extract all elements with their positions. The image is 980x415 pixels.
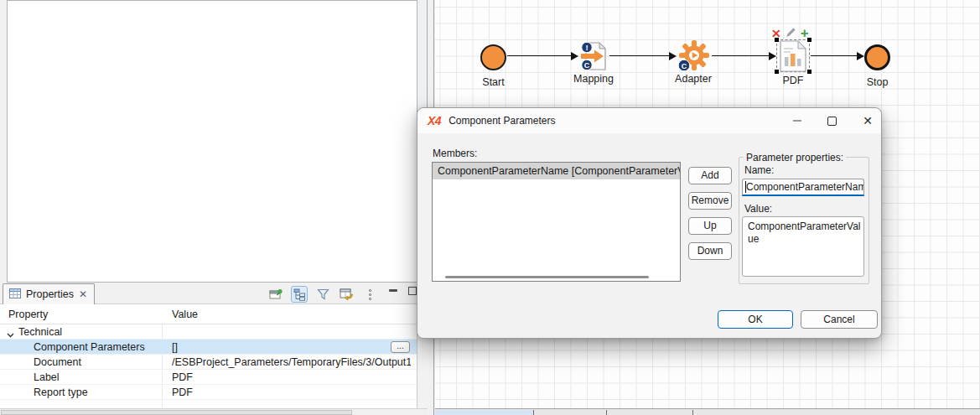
property-name: Technical <box>18 326 62 338</box>
connector-arrow[interactable] <box>507 51 578 61</box>
node-label: Start <box>482 76 504 88</box>
maximize-icon[interactable] <box>827 117 837 126</box>
table-row-label[interactable]: Label PDF <box>0 370 417 385</box>
value-label: Value: <box>744 203 772 215</box>
node-mapping[interactable]: ! C Mapping <box>578 41 609 75</box>
node-label: Mapping <box>573 73 614 85</box>
property-value: [] <box>172 341 178 353</box>
component-parameters-dialog: X4 Component Parameters ✕ Members: Compo… <box>417 107 882 339</box>
property-name: Document <box>34 356 81 368</box>
scrollbar-thumb[interactable] <box>1 410 352 415</box>
node-adapter[interactable]: C Adapter <box>676 39 711 76</box>
down-button[interactable]: Down <box>688 242 732 260</box>
selection-handle[interactable] <box>807 38 811 42</box>
up-button[interactable]: Up <box>688 217 732 235</box>
dialog-title: Component Parameters <box>449 115 555 127</box>
maximize-view-icon[interactable] <box>408 286 417 303</box>
restore-defaults-icon[interactable] <box>338 286 355 303</box>
properties-view: Properties ✕ <box>0 283 429 415</box>
close-icon[interactable]: ✕ <box>863 115 873 127</box>
selection-handle[interactable] <box>807 70 811 74</box>
property-name: Report type <box>34 386 88 398</box>
show-categories-icon[interactable] <box>291 286 308 303</box>
minimize-icon[interactable] <box>793 120 801 122</box>
members-listbox[interactable]: ComponentParameterName [ComponentParamet… <box>432 162 681 282</box>
svg-text:!: ! <box>585 43 588 52</box>
add-button[interactable]: Add <box>688 167 732 184</box>
status-divider <box>692 410 693 415</box>
column-header-value: Value <box>172 309 198 320</box>
table-row-component-parameters[interactable]: Component Parameters [] ... <box>0 340 417 355</box>
browse-button[interactable]: ... <box>391 341 410 353</box>
connector-arrow[interactable] <box>712 51 776 61</box>
start-node-icon[interactable] <box>480 44 506 70</box>
minimize-view-icon[interactable] <box>385 286 402 303</box>
view-menu-icon[interactable] <box>361 286 378 303</box>
scrollbar-thumb[interactable] <box>445 276 649 278</box>
connector-line <box>609 55 670 56</box>
status-segment-active[interactable] <box>435 410 534 415</box>
connector-arrow[interactable] <box>811 51 864 61</box>
property-value: PDF <box>172 386 193 398</box>
cancel-button[interactable]: Cancel <box>801 310 878 329</box>
list-item-selected[interactable]: ComponentParameterName [ComponentParamet… <box>433 163 680 179</box>
dialog-titlebar[interactable]: X4 Component Parameters ✕ <box>417 108 881 133</box>
members-label: Members: <box>433 148 477 159</box>
remove-button[interactable]: Remove <box>688 192 732 210</box>
table-row-document[interactable]: Document /ESBProject_Parameters/Temporar… <box>0 355 417 370</box>
application-window: Start ! C Mapping <box>0 0 980 415</box>
column-header-property: Property <box>8 309 48 320</box>
chevron-down-icon[interactable] <box>7 329 14 340</box>
filter-icon[interactable] <box>314 286 331 303</box>
connector-arrow[interactable] <box>609 51 677 61</box>
ok-button[interactable]: OK <box>718 310 793 329</box>
name-input[interactable]: ComponentParameterName <box>742 179 864 196</box>
value-textarea[interactable]: ComponentParameterValue <box>742 216 864 277</box>
properties-tabbar: Properties ✕ <box>0 283 429 304</box>
stop-node-icon[interactable] <box>864 44 890 70</box>
tab-properties[interactable]: Properties ✕ <box>3 283 95 304</box>
pdf-report-icon[interactable] <box>779 60 807 75</box>
horizontal-scrollbar[interactable] <box>0 408 428 415</box>
arrowhead-icon <box>769 52 776 60</box>
text-cursor <box>745 181 746 193</box>
property-value: PDF <box>172 371 193 383</box>
properties-table: Property Value Technical Component Param… <box>0 304 417 408</box>
property-name: Component Parameters <box>34 341 145 353</box>
svg-text:C: C <box>584 61 590 70</box>
connector-line <box>811 55 858 56</box>
node-label: PDF <box>783 75 804 86</box>
table-row-technical[interactable]: Technical <box>0 324 417 340</box>
node-start[interactable]: Start <box>480 44 506 70</box>
name-input-value: ComponentParameterName <box>745 179 864 195</box>
svg-text:C: C <box>682 62 687 70</box>
x4-logo: X4 <box>428 114 441 127</box>
name-label: Name: <box>744 164 774 176</box>
mapping-icon[interactable]: ! C <box>578 60 609 74</box>
tab-label: Properties <box>26 288 74 300</box>
node-label: Adapter <box>675 73 712 85</box>
tab-close-icon[interactable]: ✕ <box>79 289 87 299</box>
connector-line <box>712 55 770 56</box>
table-icon <box>9 287 21 302</box>
table-row-report-type[interactable]: Report type PDF <box>0 385 417 400</box>
canvas-status-strip <box>435 408 980 415</box>
property-name: Label <box>34 371 60 383</box>
node-pdf[interactable]: PDF <box>779 40 807 75</box>
list-horizontal-scrollbar[interactable] <box>433 276 679 279</box>
arrowhead-icon <box>857 52 864 60</box>
connector-line <box>507 55 572 56</box>
property-value: /ESBProject_Parameters/TemporaryFiles/3/… <box>172 356 411 368</box>
editor-blank-panel[interactable] <box>7 0 417 283</box>
status-divider <box>606 410 607 415</box>
group-label: Parameter properties: <box>744 152 846 163</box>
node-stop[interactable]: Stop <box>864 44 890 70</box>
node-label: Stop <box>867 76 889 88</box>
properties-toolbar <box>267 284 417 304</box>
pin-view-icon[interactable] <box>267 286 284 303</box>
table-header: Property Value <box>0 304 417 324</box>
